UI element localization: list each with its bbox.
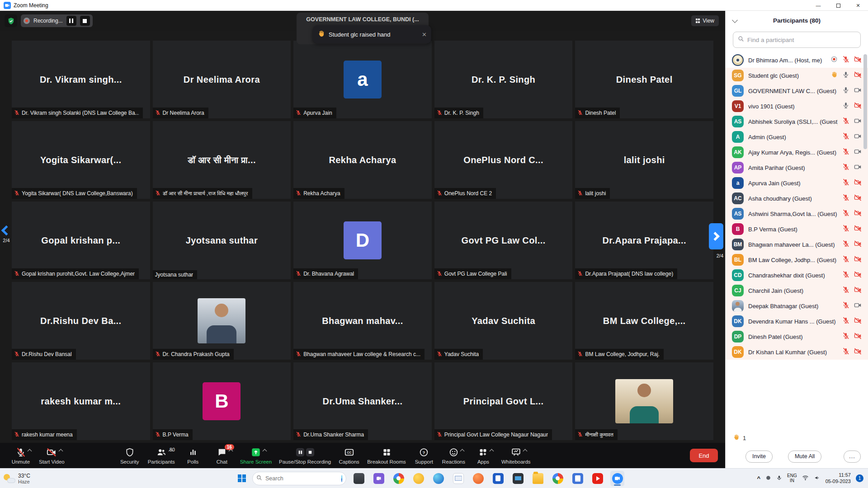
edge-browser-icon[interactable]: [431, 471, 445, 486]
video-tile[interactable]: rakesh kumar m...rakesh kumar meena: [12, 362, 150, 440]
participant-row[interactable]: GLGOVERNMENT LAW C... (Guest): [726, 83, 868, 99]
taskbar-clock[interactable]: 11:57 05-09-2023: [826, 472, 851, 484]
video-tile[interactable]: Gopal krishan p...Gopal krishan purohit,…: [12, 202, 150, 279]
video-tile[interactable]: aApurva Jain: [293, 41, 432, 118]
participant-row[interactable]: DPDinesh Patel (Guest): [726, 329, 868, 344]
video-tile[interactable]: Yadav SuchitaYadav Suchita: [434, 282, 573, 360]
video-tile[interactable]: Jyotsana sutharJyotsana suthar: [153, 202, 291, 279]
language-indicator[interactable]: ENGIN: [787, 474, 797, 483]
security-button[interactable]: Security: [115, 443, 144, 468]
zoom-app-icon[interactable]: [610, 471, 624, 486]
share-screen-button[interactable]: Share Screen: [236, 443, 275, 468]
participants-button[interactable]: 80Participants: [144, 443, 179, 468]
participant-row[interactable]: DKDevendra Kumar Hans ... (Guest): [726, 314, 868, 329]
tray-microphone-icon[interactable]: [776, 474, 782, 483]
chevron-up-icon[interactable]: [523, 449, 527, 453]
video-tile[interactable]: lalit joshilalit joshi: [575, 121, 713, 199]
video-tile[interactable]: DDr. Bhavana Agrawal: [293, 202, 432, 279]
participant-row[interactable]: DKDr Kishan Lal Kumhar (Guest): [726, 344, 868, 360]
breakout-rooms-button[interactable]: Breakout Rooms: [363, 443, 410, 468]
dark-app-icon[interactable]: [352, 471, 366, 486]
video-tile[interactable]: Yogita Sikarwar(...Yogita Sikarwar( DNS …: [12, 121, 150, 199]
notification-count-badge[interactable]: 1: [856, 474, 863, 482]
multicolor-app-icon[interactable]: [392, 471, 406, 486]
previous-page-arrow[interactable]: 2/4: [3, 227, 10, 243]
invite-button[interactable]: Invite: [745, 450, 773, 463]
youtube-app-icon[interactable]: [590, 471, 604, 486]
participant-row[interactable]: BLBM Law College, Jodhp... (Guest): [726, 252, 868, 267]
participant-search-box[interactable]: [733, 32, 861, 48]
chevron-up-icon[interactable]: [460, 449, 464, 453]
video-tile[interactable]: Dr.Rishu Dev Ba...Dr.Rishu Dev Bansal: [12, 282, 150, 360]
pause-stop-recording-button[interactable]: Pause/Stop Recording: [275, 443, 335, 468]
file-explorer-icon[interactable]: [531, 471, 545, 486]
chevron-up-icon[interactable]: [28, 449, 32, 453]
monitor-app-icon[interactable]: [511, 471, 525, 486]
video-tile[interactable]: मीनाक्षी कुमावत: [575, 362, 713, 440]
blue-doc-app-icon[interactable]: [491, 471, 505, 486]
polls-button[interactable]: Polls: [179, 443, 208, 468]
start-video-button[interactable]: Start Video: [35, 443, 68, 468]
participant-row[interactable]: aApurva Jain (Guest): [726, 175, 868, 191]
video-tile[interactable]: BM Law College,...BM Law College, Jodhpu…: [575, 282, 713, 360]
participant-row[interactable]: ASAbhishek Suroliya (SSLI,... (Guest): [726, 114, 868, 129]
volume-icon[interactable]: [814, 474, 821, 483]
participant-row[interactable]: CJCharchil Jain (Guest): [726, 283, 868, 298]
notification-close-icon[interactable]: ✕: [422, 31, 427, 38]
windows-start-button[interactable]: [234, 471, 250, 486]
end-meeting-button[interactable]: End: [690, 449, 718, 462]
mute-all-button[interactable]: Mute All: [788, 450, 821, 463]
video-meet-app-icon[interactable]: [372, 471, 386, 486]
view-button[interactable]: View: [691, 15, 719, 26]
video-tile[interactable]: Principal Govt L...Principal Govt Law Co…: [434, 362, 573, 440]
maximize-button[interactable]: [828, 0, 848, 11]
taskbar-search-box[interactable]: [252, 472, 346, 485]
calculator-app-icon[interactable]: [571, 471, 585, 486]
stop-recording-button[interactable]: [80, 16, 90, 26]
video-tile[interactable]: Dr. Vikram singh...Dr. Vikram singh Sola…: [12, 41, 150, 118]
more-options-button[interactable]: ...: [844, 450, 861, 463]
pause-recording-button[interactable]: [66, 16, 76, 26]
video-tile[interactable]: OnePlus Nord C...OnePlus Nord CE 2: [434, 121, 573, 199]
video-tile[interactable]: BB.P Verma: [153, 362, 291, 440]
yellow-app-icon[interactable]: [411, 471, 425, 486]
chevron-up-icon[interactable]: [490, 449, 494, 453]
reactions-button[interactable]: Reactions: [439, 443, 469, 468]
video-tile[interactable]: Dr. K. P. SinghDr. K. P. Singh: [434, 41, 573, 118]
video-tile[interactable]: Dr Neelima AroraDr Neelima Arora: [153, 41, 291, 118]
tray-expand-icon[interactable]: ^: [757, 475, 760, 482]
video-tile[interactable]: Bhagwan mahav...Bhagwan mahaveer Law col…: [293, 282, 432, 360]
close-button[interactable]: ✕: [848, 0, 868, 11]
security-shield-icon[interactable]: [5, 14, 17, 27]
captions-button[interactable]: CCCaptions: [335, 443, 363, 468]
participant-row[interactable]: BB.P Verma (Guest): [726, 221, 868, 237]
participant-row[interactable]: ASAshwini Sharma,Govt la... (Guest): [726, 206, 868, 221]
video-tile[interactable]: डॉ आर सी मीना प्रा...डॉ आर सी मीना प्राच…: [153, 121, 291, 199]
mail-app-icon[interactable]: [451, 471, 465, 486]
taskbar-weather-widget[interactable]: 33°C Haze: [0, 473, 68, 484]
wifi-icon[interactable]: [802, 474, 809, 483]
video-tile[interactable]: Rekha AcharyaRekha Acharya: [293, 121, 432, 199]
video-tile[interactable]: Dr.Apara Prajapa...Dr.Apara Prajapat( DN…: [575, 202, 713, 279]
unmute-button[interactable]: Unmute: [6, 443, 35, 468]
chevron-up-icon[interactable]: [59, 449, 63, 453]
scrollbar-thumb[interactable]: [863, 54, 867, 149]
participant-row[interactable]: BMBhagwan mahaveer La... (Guest): [726, 237, 868, 252]
participant-row[interactable]: CDChandrashekhar dixit (Guest): [726, 267, 868, 283]
participant-row[interactable]: ACAsha choudhary (Guest): [726, 191, 868, 206]
participant-row[interactable]: AKAjay Kumar Arya, Regis... (Guest): [726, 145, 868, 160]
apps-button[interactable]: Apps: [469, 443, 498, 468]
chrome-browser-icon[interactable]: [551, 471, 565, 486]
panel-collapse-chevron-icon[interactable]: [732, 17, 738, 23]
participant-row[interactable]: Dr Bhimrao Am... (Host, me): [726, 52, 868, 68]
search-input[interactable]: [747, 37, 856, 43]
participant-row[interactable]: V1vivo 1901 (Guest): [726, 99, 868, 114]
chat-button[interactable]: 16Chat: [208, 443, 236, 468]
orange-app-icon[interactable]: [471, 471, 485, 486]
participant-row[interactable]: APAmita Parihar (Guest): [726, 160, 868, 175]
video-tile[interactable]: Dr.Uma Shanker...Dr.Uma Shanker Sharma: [293, 362, 432, 440]
participant-row[interactable]: Deepak Bhatnagar (Guest): [726, 298, 868, 314]
video-tile[interactable]: Govt PG Law Col...Govt PG Law College Pa…: [434, 202, 573, 279]
whiteboards-button[interactable]: Whiteboards: [498, 443, 534, 468]
chevron-up-icon[interactable]: [262, 449, 267, 453]
